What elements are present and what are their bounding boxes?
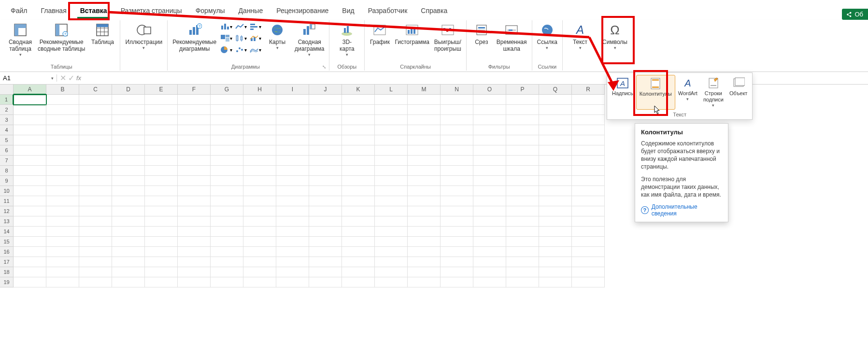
- cell[interactable]: [243, 166, 276, 176]
- cell[interactable]: [572, 186, 605, 196]
- cell[interactable]: [441, 206, 473, 216]
- slicer-button[interactable]: Срез: [470, 21, 494, 46]
- cell[interactable]: [408, 196, 441, 206]
- cell[interactable]: [276, 216, 309, 227]
- cell[interactable]: [178, 186, 211, 196]
- cell[interactable]: [211, 257, 243, 267]
- row-header[interactable]: 13: [0, 216, 14, 227]
- cell[interactable]: [572, 115, 605, 125]
- pie-chart-icon[interactable]: ▾: [219, 44, 233, 55]
- cell[interactable]: [79, 227, 112, 237]
- cell[interactable]: [441, 105, 473, 115]
- cell[interactable]: [14, 145, 46, 156]
- cell[interactable]: [309, 156, 342, 166]
- cell[interactable]: [178, 135, 211, 145]
- cell[interactable]: [46, 115, 79, 125]
- cell[interactable]: [178, 176, 211, 186]
- cell[interactable]: [473, 277, 506, 287]
- cell[interactable]: [243, 176, 276, 186]
- row-header[interactable]: 8: [0, 166, 14, 176]
- cell[interactable]: [243, 135, 276, 145]
- cell[interactable]: [375, 135, 408, 145]
- cell[interactable]: [79, 206, 112, 216]
- cell[interactable]: [178, 105, 211, 115]
- cell[interactable]: [342, 247, 375, 257]
- cell[interactable]: [243, 145, 276, 156]
- cell[interactable]: [441, 145, 473, 156]
- column-header[interactable]: K: [342, 85, 375, 95]
- cell[interactable]: [572, 257, 605, 267]
- recommended-charts-button[interactable]: ? Рекомендуемые диаграммы: [171, 21, 218, 53]
- cell[interactable]: [473, 125, 506, 135]
- cell[interactable]: [14, 196, 46, 206]
- cell[interactable]: [46, 237, 79, 247]
- tab-file[interactable]: Файл: [4, 3, 34, 18]
- cell[interactable]: [145, 227, 178, 237]
- cell[interactable]: [276, 257, 309, 267]
- cell[interactable]: [441, 176, 473, 186]
- cell[interactable]: [539, 115, 572, 125]
- cell[interactable]: [112, 206, 145, 216]
- cell[interactable]: [276, 277, 309, 287]
- cell[interactable]: [112, 277, 145, 287]
- cell[interactable]: [309, 206, 342, 216]
- cell[interactable]: [408, 135, 441, 145]
- row-header[interactable]: 19: [0, 277, 14, 287]
- cell[interactable]: [342, 227, 375, 237]
- column-header[interactable]: R: [572, 85, 605, 95]
- cell[interactable]: [473, 135, 506, 145]
- tab-data[interactable]: Данные: [232, 3, 270, 18]
- cell[interactable]: [506, 257, 539, 267]
- row-header[interactable]: 3: [0, 115, 14, 125]
- cell[interactable]: [408, 145, 441, 156]
- cell[interactable]: [145, 166, 178, 176]
- cell[interactable]: [473, 176, 506, 186]
- cell[interactable]: [506, 267, 539, 277]
- cell[interactable]: [539, 247, 572, 257]
- cell[interactable]: [375, 247, 408, 257]
- cell[interactable]: [309, 105, 342, 115]
- cell[interactable]: [14, 267, 46, 277]
- accept-formula-icon[interactable]: ✓: [68, 73, 74, 83]
- cell[interactable]: [211, 216, 243, 227]
- row-header[interactable]: 5: [0, 135, 14, 145]
- cell[interactable]: [342, 156, 375, 166]
- cell[interactable]: [309, 186, 342, 196]
- cell[interactable]: [14, 115, 46, 125]
- cell[interactable]: [243, 267, 276, 277]
- cell[interactable]: [276, 237, 309, 247]
- cell[interactable]: [112, 267, 145, 277]
- cell[interactable]: [145, 115, 178, 125]
- cell[interactable]: [178, 247, 211, 257]
- cell[interactable]: [309, 196, 342, 206]
- select-all-corner[interactable]: [0, 85, 14, 95]
- cell[interactable]: [145, 145, 178, 156]
- cell[interactable]: [79, 105, 112, 115]
- cell[interactable]: [572, 206, 605, 216]
- cell[interactable]: [309, 135, 342, 145]
- cell[interactable]: [572, 237, 605, 247]
- cell[interactable]: [309, 145, 342, 156]
- cell[interactable]: [572, 145, 605, 156]
- cell[interactable]: [441, 166, 473, 176]
- cell[interactable]: [46, 277, 79, 287]
- maps-button[interactable]: Карты ▾: [263, 21, 292, 51]
- row-header[interactable]: 4: [0, 125, 14, 135]
- cell[interactable]: [539, 277, 572, 287]
- cell[interactable]: [178, 156, 211, 166]
- cell[interactable]: [539, 176, 572, 186]
- text-button[interactable]: A Текст ▾: [566, 21, 595, 51]
- cell[interactable]: [506, 176, 539, 186]
- name-box[interactable]: ▾: [0, 74, 57, 82]
- sparkline-column-button[interactable]: Гистограмма: [393, 21, 431, 46]
- cell[interactable]: [539, 186, 572, 196]
- cell[interactable]: [473, 186, 506, 196]
- cell[interactable]: [112, 105, 145, 115]
- cell[interactable]: [408, 156, 441, 166]
- tab-developer[interactable]: Разработчик: [361, 3, 414, 18]
- cell[interactable]: [572, 176, 605, 186]
- cell[interactable]: [342, 257, 375, 267]
- cell[interactable]: [145, 186, 178, 196]
- column-header[interactable]: A: [14, 85, 46, 95]
- cell[interactable]: [506, 277, 539, 287]
